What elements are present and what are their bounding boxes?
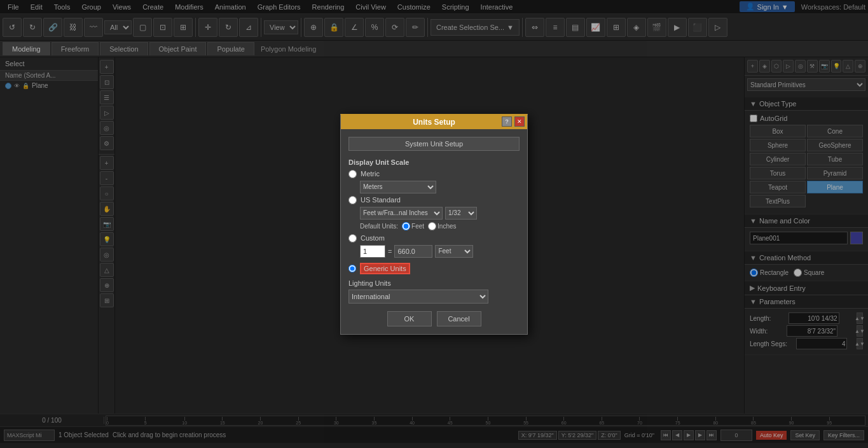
default-units-label: Default Units: — [360, 223, 398, 230]
modal-buttons: OK Cancel — [348, 311, 520, 326]
us-std-row: US Standard — [348, 196, 520, 204]
generic-units-label: Generic Units — [360, 263, 410, 274]
lighting-dropdown-row: International — [348, 290, 520, 304]
equals-sign: = — [388, 248, 392, 255]
modal-close-btn[interactable]: ✕ — [514, 116, 525, 127]
display-scale-section: Display Unit Scale Metric Meters US Stan… — [348, 158, 520, 274]
modal-controls: ? ✕ — [502, 116, 525, 127]
units-setup-dialog: Units Setup ? ✕ System Unit Setup Displa… — [340, 114, 528, 335]
metric-dropdown-row: Meters — [360, 181, 520, 193]
custom-value2-input[interactable] — [394, 245, 432, 258]
metric-dropdown[interactable]: Meters — [360, 181, 436, 193]
inches-option[interactable]: Inches — [428, 222, 456, 230]
metric-radio[interactable] — [348, 170, 357, 178]
lighting-dropdown[interactable]: International — [348, 290, 488, 304]
modal-header: Units Setup ? ✕ — [341, 115, 527, 129]
modal-overlay: Units Setup ? ✕ System Unit Setup Displa… — [0, 0, 868, 448]
lighting-units-section: Lighting Units International — [348, 279, 520, 304]
cancel-button[interactable]: Cancel — [437, 311, 481, 326]
generic-units-radio[interactable] — [348, 265, 356, 272]
metric-label: Metric — [361, 170, 380, 178]
us-unit-dropdown[interactable]: Feet w/Fra...nal Inches — [360, 207, 443, 220]
us-standard-radio[interactable] — [348, 196, 357, 204]
custom-row: Custom — [348, 234, 520, 242]
us-std-dropdowns: Feet w/Fra...nal Inches 1/32 — [360, 207, 520, 220]
default-units-row: Default Units: Feet Inches — [360, 222, 520, 230]
modal-title: Units Setup — [413, 118, 455, 127]
custom-radio[interactable] — [348, 234, 357, 242]
ok-button[interactable]: OK — [387, 311, 432, 326]
modal-help-btn[interactable]: ? — [502, 116, 512, 127]
custom-label: Custom — [361, 234, 385, 242]
custom-value1-input[interactable] — [360, 245, 385, 258]
custom-unit-dropdown[interactable]: Feet — [435, 245, 473, 258]
modal-body: System Unit Setup Display Unit Scale Met… — [341, 129, 527, 334]
metric-row: Metric — [348, 170, 520, 178]
fraction-dropdown[interactable]: 1/32 — [445, 207, 477, 220]
feet-option[interactable]: Feet — [402, 222, 424, 230]
us-standard-label: US Standard — [361, 196, 401, 204]
generic-units-row: Generic Units — [348, 263, 520, 274]
custom-inputs: = Feet — [360, 245, 520, 258]
display-scale-title: Display Unit Scale — [348, 158, 520, 166]
sys-unit-setup-btn[interactable]: System Unit Setup — [348, 137, 520, 151]
lighting-units-title: Lighting Units — [348, 279, 520, 287]
